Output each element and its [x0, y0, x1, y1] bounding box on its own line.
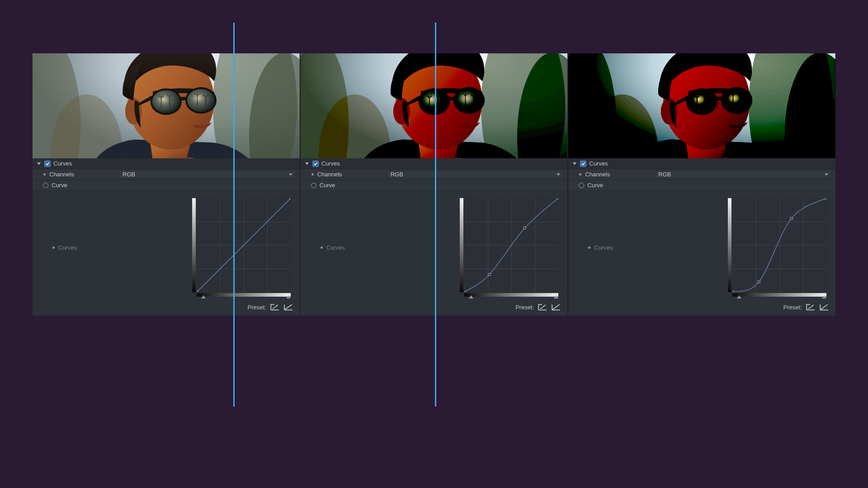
vertical-gradient-bar: [728, 198, 731, 292]
curve-line[interactable]: [464, 198, 558, 292]
keyframe-dot-icon[interactable]: [579, 173, 581, 175]
vertical-gradient-bar: [192, 198, 196, 292]
white-point-handle[interactable]: [286, 295, 291, 298]
curves-controls: Curves Channels RGB Curve Curves: [301, 158, 568, 316]
curves-panel: Curves Channels RGB Curve Curves: [33, 53, 300, 316]
curves-header-row[interactable]: Curves: [568, 158, 835, 169]
keyframe-dot-icon[interactable]: [43, 173, 46, 175]
channels-row: Channels RGB: [33, 169, 300, 180]
horizontal-gradient-bar: [197, 293, 291, 297]
curves-side-label: Curves: [58, 244, 77, 251]
preset-linear-icon[interactable]: [283, 303, 293, 311]
white-point-handle[interactable]: [554, 295, 558, 298]
horizontal-gradient-bar: [464, 293, 558, 297]
curves-controls: Curves Channels RGB Curve Curves: [33, 158, 300, 316]
chevron-down-icon: [288, 171, 293, 178]
svg-rect-64: [717, 97, 722, 100]
enable-checkbox[interactable]: [580, 161, 586, 167]
svg-rect-70: [758, 281, 760, 283]
black-point-handle[interactable]: [201, 295, 206, 298]
curve-label: Curve: [320, 182, 335, 189]
curve-side: Curves: [39, 196, 111, 298]
svg-point-38: [455, 89, 483, 112]
channels-dropdown[interactable]: RGB: [654, 170, 832, 179]
curves-panel: Curves Channels RGB Curve Curves: [568, 53, 835, 316]
curve-area: Curves: [301, 191, 568, 300]
svg-rect-72: [826, 198, 827, 199]
preset-save-icon[interactable]: [538, 303, 547, 311]
curve-graph[interactable]: [190, 196, 292, 298]
preset-label: Preset:: [783, 304, 802, 311]
black-point-handle[interactable]: [737, 295, 741, 298]
white-point-handle[interactable]: [822, 295, 826, 298]
preset-row: Preset:: [301, 300, 568, 316]
channels-row: Channels RGB: [568, 169, 835, 180]
svg-rect-39: [448, 97, 454, 100]
channels-label: Channels: [585, 171, 610, 178]
preset-label: Preset:: [515, 304, 534, 311]
disclosure-triangle-icon[interactable]: [572, 161, 577, 166]
svg-point-15: [187, 89, 215, 112]
curve-area: Curves: [33, 191, 300, 300]
svg-point-36: [420, 90, 448, 113]
chevron-down-icon: [824, 171, 829, 178]
curve-line[interactable]: [732, 198, 826, 292]
effect-title: Curves: [321, 160, 340, 167]
curves-header-row[interactable]: Curves: [301, 158, 568, 169]
enable-checkbox[interactable]: [44, 161, 51, 167]
keyframe-dot-icon[interactable]: [52, 246, 55, 249]
image-preview: [301, 53, 568, 158]
divider-1: [233, 23, 235, 407]
channels-label: Channels: [49, 171, 74, 178]
curves-controls: Curves Channels RGB Curve Curves: [568, 158, 835, 316]
chevron-down-icon: [556, 171, 561, 178]
channels-label: Channels: [317, 171, 342, 178]
keyframe-ring-icon[interactable]: [43, 183, 48, 188]
divider-2: [435, 23, 436, 407]
preset-linear-icon[interactable]: [819, 303, 829, 311]
image-preview: [568, 53, 835, 158]
curve-side: Curves: [575, 196, 647, 298]
channels-row: Channels RGB: [301, 169, 568, 180]
svg-point-63: [723, 89, 750, 112]
black-point-handle[interactable]: [469, 295, 473, 298]
svg-rect-44: [464, 291, 466, 293]
channels-dropdown[interactable]: RGB: [387, 170, 564, 179]
curve-line[interactable]: [197, 198, 291, 292]
preset-row: Preset:: [33, 300, 300, 316]
curve-row: Curve: [301, 180, 568, 191]
keyframe-dot-icon[interactable]: [321, 246, 323, 249]
disclosure-triangle-icon[interactable]: [304, 161, 310, 166]
preset-linear-icon[interactable]: [551, 303, 561, 311]
comparison-stage: Curves Channels RGB Curve Curves: [33, 53, 835, 316]
curves-side-label: Curves: [594, 244, 613, 251]
svg-rect-45: [488, 273, 491, 275]
svg-rect-22: [289, 198, 291, 199]
svg-rect-21: [197, 291, 198, 293]
channels-value: RGB: [658, 171, 671, 178]
image-preview: [33, 53, 300, 158]
preset-save-icon[interactable]: [270, 303, 280, 311]
enable-checkbox[interactable]: [312, 161, 319, 167]
svg-rect-71: [790, 217, 793, 219]
preset-save-icon[interactable]: [806, 303, 816, 311]
preset-row: Preset:: [568, 300, 835, 316]
curve-row: Curve: [33, 180, 300, 191]
curve-area: Curves: [568, 191, 835, 300]
curves-panel: Curves Channels RGB Curve Curves: [301, 53, 568, 316]
keyframe-dot-icon[interactable]: [311, 173, 314, 175]
vertical-gradient-bar: [460, 198, 463, 292]
keyframe-dot-icon[interactable]: [588, 246, 590, 249]
keyframe-ring-icon[interactable]: [579, 183, 584, 188]
curve-side: Curves: [307, 196, 379, 298]
curves-side-label: Curves: [326, 244, 345, 251]
disclosure-triangle-icon[interactable]: [36, 161, 42, 166]
effect-title: Curves: [53, 160, 72, 167]
keyframe-ring-icon[interactable]: [311, 183, 316, 188]
channels-value: RGB: [123, 171, 135, 178]
curve-row: Curve: [568, 180, 835, 191]
channels-dropdown[interactable]: RGB: [118, 170, 296, 179]
curve-graph[interactable]: [726, 196, 828, 298]
curves-header-row[interactable]: Curves: [33, 158, 300, 169]
curve-graph[interactable]: [458, 196, 560, 298]
